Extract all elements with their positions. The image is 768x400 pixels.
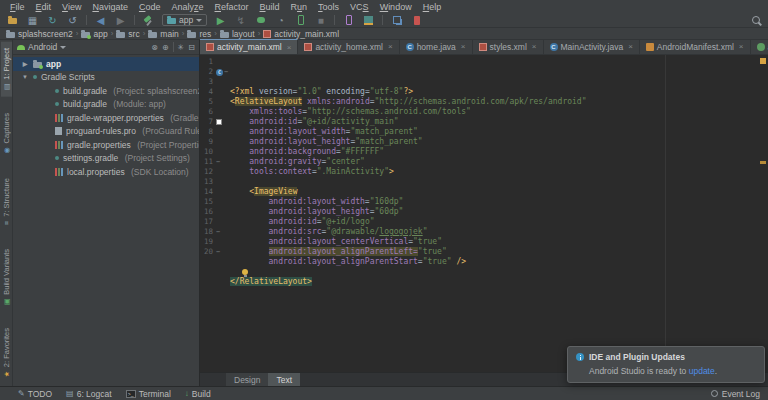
search-everywhere-icon[interactable]: [751, 15, 762, 26]
tool-stripe-favorites[interactable]: ★2: Favorites: [1, 322, 12, 384]
tree-item-gradle-properties[interactable]: gradle.properties (Project Properties): [13, 138, 199, 152]
apply-changes-icon[interactable]: ↯: [234, 14, 247, 27]
editor-tab-activity-home-xml[interactable]: activity_home.xml×: [298, 39, 399, 54]
breadcrumb-separator: ›: [76, 29, 79, 38]
breadcrumb-item[interactable]: res: [187, 29, 211, 39]
chevron-down-icon[interactable]: [60, 46, 66, 49]
editor-tab-styles-xml[interactable]: styles.xml×: [473, 39, 544, 54]
close-tab-icon[interactable]: ×: [628, 42, 633, 51]
status-item-label: Build: [192, 389, 211, 399]
editor-mode-tab-design[interactable]: Design: [226, 373, 268, 386]
run-icon[interactable]: ▶: [214, 14, 227, 27]
collapse-all-icon[interactable]: ⊟: [188, 43, 195, 52]
open-icon[interactable]: [6, 14, 19, 27]
tree-item-hint: (Module: app): [111, 99, 166, 109]
close-tab-icon[interactable]: ×: [461, 42, 466, 51]
tree-expand-arrow[interactable]: ▶: [21, 60, 29, 67]
tool-stripe-project[interactable]: ▤1: Project: [1, 42, 12, 97]
avd-manager-icon[interactable]: [342, 14, 355, 27]
layout-inspector-icon[interactable]: [390, 14, 403, 27]
undo-icon[interactable]: ↺: [66, 14, 79, 27]
editor-tab-app[interactable]: app×: [751, 39, 768, 54]
run-configuration-dropdown[interactable]: app: [162, 14, 207, 26]
tool-stripe-structure[interactable]: ≡7: Structure: [1, 172, 12, 233]
menu-item-help[interactable]: Help: [418, 2, 447, 12]
scroll-to-source-icon[interactable]: ⊕: [162, 43, 169, 52]
project-view-selector[interactable]: Android: [28, 42, 57, 52]
gear-icon[interactable]: ✳: [178, 43, 185, 52]
debug-icon[interactable]: [254, 14, 267, 27]
tree-item-build-gradle[interactable]: build.gradle (Project: splashscreen2): [13, 84, 199, 98]
menu-item-refactor[interactable]: Refactor: [210, 2, 254, 12]
menu-item-window[interactable]: Window: [375, 2, 417, 12]
breadcrumb-item[interactable]: splashscreen2: [6, 29, 73, 39]
tree-expand-arrow[interactable]: ▼: [21, 74, 29, 80]
breadcrumb-item[interactable]: layout: [220, 29, 255, 39]
menu-item-file[interactable]: File: [5, 2, 30, 12]
close-tab-icon[interactable]: ×: [388, 42, 393, 51]
editor-tab-activity-main-xml[interactable]: activity_main.xml×: [200, 39, 298, 54]
build-hammer-icon[interactable]: [142, 14, 155, 27]
menu-item-navigate[interactable]: Navigate: [87, 2, 133, 12]
save-all-icon[interactable]: ▦: [26, 14, 39, 27]
status-item-6--logcat[interactable]: ▤6: Logcat: [66, 389, 112, 399]
menu-item-run[interactable]: Run: [286, 2, 313, 12]
sdk-manager-icon[interactable]: [362, 14, 375, 27]
menu-item-analyze[interactable]: Analyze: [166, 2, 208, 12]
fold-marker-icon[interactable]: −: [216, 249, 220, 256]
menu-item-edit[interactable]: Edit: [31, 2, 57, 12]
fold-marker-icon[interactable]: −: [216, 159, 220, 166]
editor-mode-tab-text[interactable]: Text: [268, 373, 300, 386]
tool-stripe-captures[interactable]: ◉Captures: [1, 107, 12, 160]
stop-icon[interactable]: ■: [314, 14, 327, 27]
warning-stripe-mark[interactable]: [760, 161, 766, 164]
tree-item-build-gradle[interactable]: build.gradle (Module: app): [13, 98, 199, 112]
breadcrumb-item[interactable]: src: [116, 29, 139, 39]
color-preview-swatch[interactable]: [216, 119, 222, 125]
back-icon[interactable]: ◀: [94, 14, 107, 27]
code-editor[interactable]: 12C−34567891011−12131415161718−1920− <?x…: [200, 55, 768, 372]
breadcrumb-item[interactable]: activity_main.xml: [263, 29, 339, 39]
menu-item-tools[interactable]: Tools: [313, 2, 344, 12]
related-class-icon[interactable]: C: [216, 69, 223, 76]
run-config-folder-icon: [167, 18, 176, 24]
status-item-build[interactable]: ↓Build: [185, 389, 211, 399]
editor-tab-home-java[interactable]: Chome.java×: [400, 39, 473, 54]
close-tab-icon[interactable]: ×: [532, 42, 537, 51]
fold-marker-icon[interactable]: −: [224, 69, 228, 76]
sync-icon[interactable]: ↻: [46, 14, 59, 27]
menu-item-build[interactable]: Build: [255, 2, 285, 12]
menu-item-vcs[interactable]: VCS: [345, 2, 374, 12]
menu-item-view[interactable]: View: [57, 2, 86, 12]
profiler-icon[interactable]: [410, 14, 423, 27]
editor-code-area[interactable]: <?xml version="1.0" encoding="utf-8"?><R…: [230, 55, 768, 372]
menu-item-code[interactable]: Code: [134, 2, 166, 12]
editor-tab-mainactivity-java[interactable]: CMainActivity.java×: [544, 39, 640, 54]
attach-debugger-icon[interactable]: [294, 14, 307, 27]
tool-stripe-buildvariants[interactable]: ▣Build Variants: [1, 243, 12, 312]
profile-icon[interactable]: ◔: [274, 14, 287, 27]
intention-bulb-icon[interactable]: [242, 269, 248, 275]
tree-item-proguard-rules-pro[interactable]: proguard-rules.pro (ProGuard Rules for a…: [13, 125, 199, 139]
breadcrumb-item[interactable]: app: [81, 29, 107, 39]
tree-item-gradle-wrapper-properties[interactable]: gradle-wrapper.properties (Gradle Versio…: [13, 111, 199, 125]
forward-icon[interactable]: ▶: [114, 14, 127, 27]
tree-item-app[interactable]: ▶app: [13, 57, 199, 71]
tree-item-settings-gradle[interactable]: settings.gradle (Project Settings): [13, 152, 199, 166]
close-tab-icon[interactable]: ×: [739, 42, 744, 51]
warning-stripe-mark[interactable]: [760, 58, 766, 64]
status-item-todo[interactable]: ✎TODO: [18, 389, 52, 399]
toolbar-separator: [382, 15, 383, 25]
tree-item-gradle-scripts[interactable]: ▼Gradle Scripts: [13, 71, 199, 85]
update-link[interactable]: update: [689, 366, 715, 376]
editor-tab-androidmanifest-xml[interactable]: AndroidManifest.xml×: [640, 39, 751, 54]
breadcrumb-item[interactable]: main: [148, 29, 178, 39]
gradle-icon: [55, 102, 59, 106]
event-log-button[interactable]: Event Log: [711, 389, 760, 399]
fold-marker-icon[interactable]: −: [216, 229, 220, 236]
status-item-terminal[interactable]: >_Terminal: [126, 389, 171, 399]
close-tab-icon[interactable]: ×: [287, 43, 292, 52]
tree-item-local-properties[interactable]: local.properties (SDK Location): [13, 165, 199, 179]
locate-file-icon[interactable]: ⊗: [151, 43, 158, 52]
code-token: xmlns:android: [307, 97, 370, 106]
